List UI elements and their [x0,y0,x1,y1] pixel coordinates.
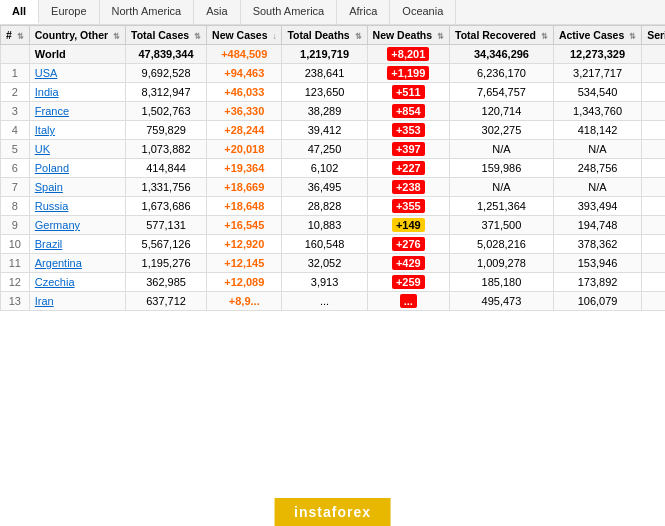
row-active-cases: 248,756 [553,159,641,178]
row-total-cases: 1,673,686 [126,197,207,216]
tab-europe[interactable]: Europe [39,0,99,24]
row-total-cases: 8,312,947 [126,83,207,102]
row-country[interactable]: Spain [29,178,125,197]
table-row: 3 France 1,502,763 +36,330 38,289 +854 1… [1,102,666,121]
row-new-deaths: +259 [367,273,449,292]
row-new-cases: +46,033 [207,83,282,102]
row-new-cases: +36,330 [207,102,282,121]
world-serious: 88,125 [642,45,665,64]
table-row: 6 Poland 414,844 +19,364 6,102 +227 159,… [1,159,666,178]
sort-icon: ⇅ [355,32,362,41]
sort-icon: ⇅ [629,32,636,41]
row-country[interactable]: Brazil [29,235,125,254]
row-rank: 12 [1,273,30,292]
row-new-cases: +12,145 [207,254,282,273]
row-total-cases: 759,829 [126,121,207,140]
row-rank: 1 [1,64,30,83]
col-rank: # ⇅ [1,26,30,45]
row-country[interactable]: India [29,83,125,102]
sort-icon: ⇅ [17,32,24,41]
table-row: 4 Italy 759,829 +28,244 39,412 +353 302,… [1,121,666,140]
row-total-deaths: 38,289 [282,102,367,121]
row-active-cases: 106,079 [553,292,641,311]
row-active-cases: 393,494 [553,197,641,216]
row-active-cases: 173,892 [553,273,641,292]
row-new-cases: +19,364 [207,159,282,178]
row-rank: 9 [1,216,30,235]
world-new-cases: +484,509 [207,45,282,64]
row-country[interactable]: USA [29,64,125,83]
row-new-deaths: +429 [367,254,449,273]
row-country[interactable]: Germany [29,216,125,235]
row-rank: 11 [1,254,30,273]
row-rank: 6 [1,159,30,178]
sort-icon: ⇅ [194,32,201,41]
row-serious: 2,300 [642,197,665,216]
row-total-cases: 1,195,276 [126,254,207,273]
row-serious: 2,754 [642,178,665,197]
tab-south-america[interactable]: South America [241,0,338,24]
row-rank: 4 [1,121,30,140]
sort-active-icon: ↓ [272,32,276,41]
row-total-cases: 362,985 [126,273,207,292]
row-new-cases: +28,244 [207,121,282,140]
row-total-cases: 1,331,756 [126,178,207,197]
world-total-cases: 47,839,344 [126,45,207,64]
table-row: 2 India 8,312,947 +46,033 123,650 +511 7… [1,83,666,102]
row-total-deaths: 39,412 [282,121,367,140]
sort-icon: ⇅ [437,32,444,41]
tab-asia[interactable]: Asia [194,0,240,24]
row-serious: 2,225 [642,121,665,140]
row-new-cases: +12,920 [207,235,282,254]
row-total-recovered: 1,251,364 [450,197,554,216]
row-active-cases: 534,540 [553,83,641,102]
row-new-deaths: +227 [367,159,449,178]
row-total-cases: 1,073,882 [126,140,207,159]
row-new-deaths: +1,199 [367,64,449,83]
row-total-recovered: 371,500 [450,216,554,235]
col-new-cases: New Cases ↓ [207,26,282,45]
row-new-deaths: +854 [367,102,449,121]
tab-north-america[interactable]: North America [100,0,195,24]
row-total-recovered: 495,473 [450,292,554,311]
world-total-deaths: 1,219,719 [282,45,367,64]
row-serious: 1,156 [642,273,665,292]
table-row: 5 UK 1,073,882 +20,018 47,250 +397 N/A N… [1,140,666,159]
row-new-deaths: +511 [367,83,449,102]
col-country: Country, Other ⇅ [29,26,125,45]
tab-all[interactable]: All [0,0,39,24]
row-country[interactable]: UK [29,140,125,159]
table-row: 12 Czechia 362,985 +12,089 3,913 +259 18… [1,273,666,292]
row-new-deaths: +355 [367,197,449,216]
row-serious: 4,854 [642,254,665,273]
row-new-deaths: +397 [367,140,449,159]
row-country[interactable]: Czechia [29,273,125,292]
row-country[interactable]: Iran [29,292,125,311]
row-country[interactable]: Argentina [29,254,125,273]
row-total-cases: 9,692,528 [126,64,207,83]
row-total-recovered: 6,236,170 [450,64,554,83]
row-new-cases: +16,545 [207,216,282,235]
tab-oceania[interactable]: Oceania [390,0,456,24]
row-new-cases: +8,9... [207,292,282,311]
row-total-deaths: 32,052 [282,254,367,273]
row-country[interactable]: Italy [29,121,125,140]
row-total-deaths: 6,102 [282,159,367,178]
row-serious: 1,075 [642,140,665,159]
row-country[interactable]: Russia [29,197,125,216]
tab-africa[interactable]: Africa [337,0,390,24]
row-total-recovered: N/A [450,178,554,197]
row-new-deaths: +149 [367,216,449,235]
row-rank: 13 [1,292,30,311]
region-tabs[interactable]: AllEuropeNorth AmericaAsiaSouth AmericaA… [0,0,665,25]
row-new-deaths: +353 [367,121,449,140]
row-total-recovered: 1,009,278 [450,254,554,273]
table-row: 10 Brazil 5,567,126 +12,920 160,548 +276… [1,235,666,254]
row-total-deaths: ... [282,292,367,311]
row-country[interactable]: Poland [29,159,125,178]
row-total-recovered: 5,028,216 [450,235,554,254]
row-country[interactable]: France [29,102,125,121]
covid-table: # ⇅ Country, Other ⇅ Total Cases ⇅ New C… [0,25,665,311]
row-active-cases: 418,142 [553,121,641,140]
row-total-recovered: N/A [450,140,554,159]
